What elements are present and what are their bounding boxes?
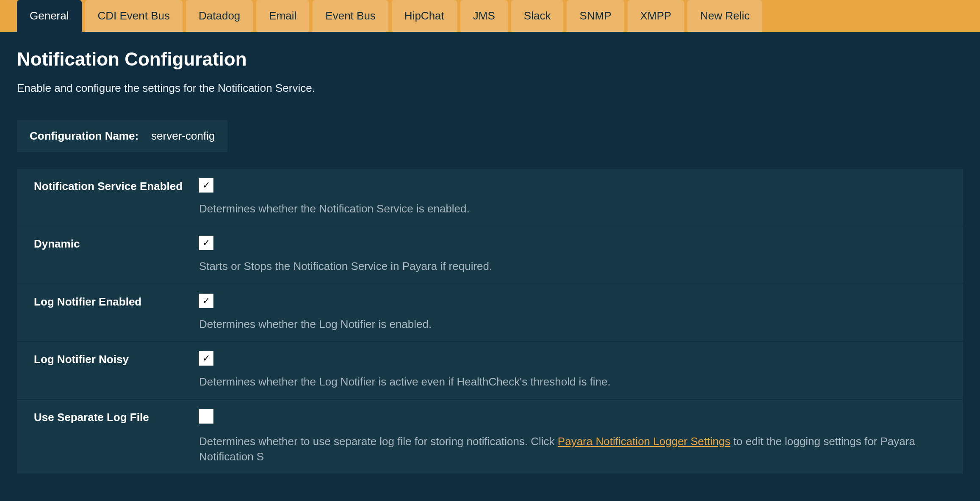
config-name-value: server-config (151, 129, 215, 143)
tab-event-bus[interactable]: Event Bus (313, 0, 388, 32)
config-name-row: Configuration Name: server-config (17, 120, 227, 152)
settings-table: Notification Service Enabled ✓ Determine… (17, 169, 963, 474)
checkbox-use-separate-log-file[interactable] (199, 409, 213, 424)
tab-hipchat[interactable]: HipChat (392, 0, 457, 32)
setting-description: Determines whether the Log Notifier is e… (199, 317, 946, 332)
setting-label: Notification Service Enabled (34, 178, 199, 193)
setting-dynamic: Dynamic ✓ Starts or Stops the Notificati… (17, 226, 963, 284)
setting-description: Determines whether the Notification Serv… (199, 201, 946, 216)
tab-general[interactable]: General (17, 0, 82, 32)
setting-control: Determines whether to use separate log f… (199, 409, 946, 465)
tab-email[interactable]: Email (256, 0, 309, 32)
setting-description: Determines whether to use separate log f… (199, 434, 946, 465)
tab-new-relic[interactable]: New Relic (687, 0, 762, 32)
checkbox-log-notifier-noisy[interactable]: ✓ (199, 351, 213, 366)
page-title: Notification Configuration (17, 49, 963, 70)
tab-cdi-event-bus[interactable]: CDI Event Bus (85, 0, 183, 32)
setting-control: ✓ Determines whether the Log Notifier is… (199, 351, 946, 389)
setting-notification-service-enabled: Notification Service Enabled ✓ Determine… (17, 169, 963, 226)
checkbox-log-notifier-enabled[interactable]: ✓ (199, 294, 213, 308)
setting-description: Determines whether the Log Notifier is a… (199, 374, 946, 389)
setting-use-separate-log-file: Use Separate Log File Determines whether… (17, 400, 963, 475)
setting-label: Log Notifier Noisy (34, 351, 199, 366)
tab-jms[interactable]: JMS (460, 0, 508, 32)
content-area: Notification Configuration Enable and co… (0, 32, 980, 474)
setting-label: Use Separate Log File (34, 409, 199, 424)
setting-log-notifier-noisy: Log Notifier Noisy ✓ Determines whether … (17, 342, 963, 399)
link-payara-notification-logger-settings[interactable]: Payara Notification Logger Settings (558, 435, 731, 448)
setting-description: Starts or Stops the Notification Service… (199, 259, 946, 274)
checkbox-dynamic[interactable]: ✓ (199, 236, 213, 250)
tab-slack[interactable]: Slack (511, 0, 564, 32)
tab-bar: General CDI Event Bus Datadog Email Even… (0, 0, 980, 32)
tab-snmp[interactable]: SNMP (567, 0, 624, 32)
setting-label: Log Notifier Enabled (34, 294, 199, 308)
setting-log-notifier-enabled: Log Notifier Enabled ✓ Determines whethe… (17, 284, 963, 342)
page-subtitle: Enable and configure the settings for th… (17, 82, 963, 95)
checkbox-notification-service-enabled[interactable]: ✓ (199, 178, 213, 193)
config-name-label: Configuration Name: (30, 129, 138, 143)
setting-control: ✓ Determines whether the Log Notifier is… (199, 294, 946, 332)
description-prefix: Determines whether to use separate log f… (199, 435, 558, 448)
setting-control: ✓ Starts or Stops the Notification Servi… (199, 236, 946, 274)
setting-control: ✓ Determines whether the Notification Se… (199, 178, 946, 216)
tab-datadog[interactable]: Datadog (186, 0, 253, 32)
setting-label: Dynamic (34, 236, 199, 250)
tab-xmpp[interactable]: XMPP (628, 0, 684, 32)
